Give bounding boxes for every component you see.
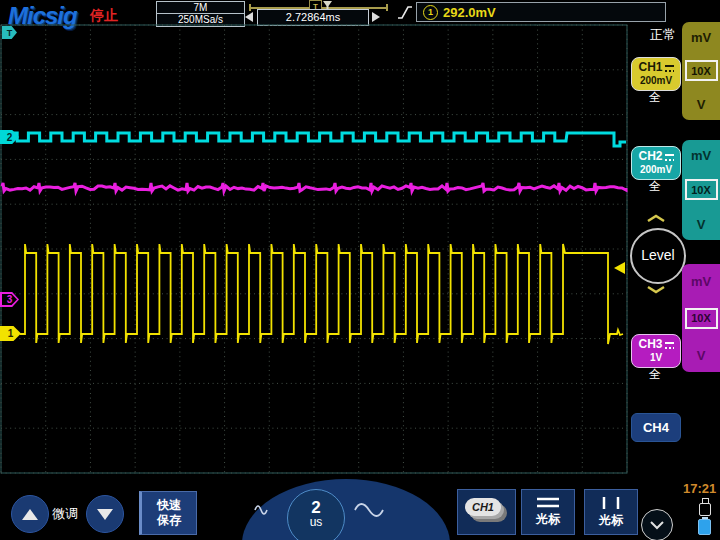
ch2-scale-panel: mV 10X V (682, 140, 720, 240)
ch1-badge[interactable]: CH1 200mV (631, 57, 681, 91)
ch1-scale-panel: mV 10X V (682, 22, 720, 120)
sine-expanded-icon[interactable] (352, 497, 386, 523)
channel-select-button[interactable]: CH1 (457, 489, 516, 535)
level-down-chevron[interactable] (646, 285, 666, 294)
down-arrow-icon (97, 509, 113, 520)
bottom-toolbar: 微调 快速 保存 2 us CH1 (0, 478, 720, 540)
trigger-mode-label[interactable]: 正常 (645, 26, 681, 44)
ch1-probe-button[interactable]: 10X (685, 60, 718, 81)
ch3-badge[interactable]: CH3 1V (631, 334, 681, 368)
ch2-bandwidth: 全 (631, 178, 679, 195)
ch3-scale: 1V (650, 352, 662, 364)
level-knob[interactable]: Level (630, 228, 686, 284)
chevron-down-icon (648, 520, 666, 530)
ch2-v-button[interactable]: V (697, 217, 706, 232)
ch2-probe-button[interactable]: 10X (685, 179, 718, 200)
dc-coupling-icon (665, 341, 674, 349)
ch3-probe-button[interactable]: 10X (685, 308, 718, 329)
dc-coupling-icon (665, 153, 674, 161)
timebase-value: 2 (288, 499, 344, 516)
clock: 17:21 (683, 481, 716, 496)
fine-adjust-label: 微调 (52, 505, 78, 523)
active-channel-label: CH1 (465, 498, 501, 516)
ch3-mv-button[interactable]: mV (691, 274, 711, 289)
collapse-menu-button[interactable] (641, 509, 673, 540)
stacked-channels-icon: CH1 (458, 490, 515, 534)
quick-save-button[interactable]: 快速 保存 (139, 491, 197, 535)
fine-adjust-up-button[interactable] (11, 495, 49, 533)
ch3-scale-panel: mV 10X V (682, 264, 720, 372)
ch2-scale: 200mV (640, 164, 672, 176)
sine-compressed-icon[interactable] (252, 499, 274, 521)
oscilloscope-screen: Micsig 停止 7M 250MSa/s T 2.72864ms 1 292.… (0, 0, 720, 540)
ch1-v-button[interactable]: V (697, 97, 706, 112)
h-cursor-icon (536, 497, 560, 509)
dc-coupling-icon (665, 64, 674, 72)
timebase-unit: us (288, 516, 344, 529)
trigger-level-marker[interactable] (614, 262, 625, 274)
ch3-v-button[interactable]: V (697, 348, 706, 363)
usb-icon (699, 498, 711, 516)
ch1-mv-button[interactable]: mV (691, 30, 711, 45)
up-arrow-icon (22, 509, 38, 520)
level-up-chevron[interactable] (646, 214, 666, 223)
ch2-mv-button[interactable]: mV (691, 148, 711, 163)
ch4-button[interactable]: CH4 (631, 413, 681, 442)
vertical-cursor-button[interactable]: 光标 (584, 489, 638, 535)
v-cursor-icon (599, 496, 623, 510)
ch1-scale: 200mV (640, 75, 672, 87)
timebase-button[interactable]: 2 us (287, 489, 345, 540)
ch3-bandwidth: 全 (631, 366, 679, 383)
ch2-badge[interactable]: CH2 200mV (631, 146, 681, 180)
battery-icon (698, 517, 711, 535)
waveform-display[interactable] (0, 0, 720, 540)
horizontal-cursor-button[interactable]: 光标 (521, 489, 575, 535)
ch1-bandwidth: 全 (631, 89, 679, 106)
fine-adjust-down-button[interactable] (86, 495, 124, 533)
